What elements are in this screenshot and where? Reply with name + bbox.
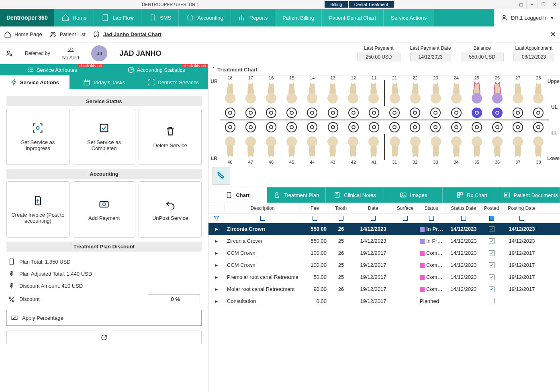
- tooth-16[interactable]: [264, 80, 278, 106]
- occlusal-15[interactable]: [286, 108, 297, 118]
- tooth-14[interactable]: [305, 80, 319, 106]
- occlusal-38[interactable]: [533, 122, 544, 132]
- occlusal-17[interactable]: [245, 108, 256, 118]
- ribbon-patient-billing[interactable]: Patient Billing: [275, 9, 322, 26]
- tooth-15[interactable]: [284, 80, 299, 106]
- grid-row[interactable]: ▸ CCM Crown 100.00 25 19/12/2017 Comple …: [208, 259, 560, 271]
- title-tab[interactable]: Dental Treatment: [349, 1, 394, 8]
- occlusal-34[interactable]: [451, 122, 462, 132]
- crumb-home[interactable]: Home Page: [4, 31, 42, 38]
- occlusal-11[interactable]: [369, 108, 379, 118]
- grid-row[interactable]: ▸ CCM Crown 100.00 26 19/12/2017 Comple …: [208, 247, 560, 259]
- window-maximize-icon[interactable]: ❐: [538, 0, 549, 9]
- occlusal-47[interactable]: [245, 122, 256, 132]
- filter-box[interactable]: [461, 216, 466, 221]
- filter-box[interactable]: [429, 216, 434, 221]
- tab-dentist-services[interactable]: Dentist's Services: [139, 75, 208, 89]
- treatment-chart-header[interactable]: ˆTreatment Chart: [208, 64, 560, 75]
- col-posting-date[interactable]: Posting Date: [502, 203, 542, 213]
- tooth-47[interactable]: [243, 134, 258, 160]
- tile-add-payment[interactable]: Add Payment: [73, 181, 136, 238]
- filter-icon[interactable]: [213, 215, 220, 222]
- tooth-26[interactable]: [490, 80, 505, 106]
- tab-images[interactable]: Images: [384, 187, 443, 203]
- window-restore-icon[interactable]: ▢: [515, 0, 526, 9]
- tooth-32[interactable]: [408, 134, 423, 160]
- tooth-23[interactable]: [429, 80, 443, 106]
- tile-set-inprogress[interactable]: Set Service as Inprogress: [6, 109, 69, 165]
- filter-box[interactable]: [313, 216, 317, 221]
- tooth-21[interactable]: [388, 80, 402, 106]
- ribbon-service-actions[interactable]: Service Actions: [384, 9, 434, 26]
- ribbon-sms[interactable]: SMS: [141, 9, 179, 26]
- occlusal-46[interactable]: [266, 122, 276, 132]
- grid-row[interactable]: ▸ Consultation 0.00 19/12/2017 Planned: [208, 295, 560, 307]
- apply-percentage-button[interactable]: Apply Percentage: [6, 310, 202, 326]
- col-status-date[interactable]: Status Date: [446, 203, 482, 213]
- tooth-18[interactable]: [223, 80, 237, 106]
- tile-unpost-service[interactable]: UnPost Service: [139, 181, 202, 238]
- occlusal-26[interactable]: [492, 108, 503, 118]
- tooth-41[interactable]: [366, 134, 381, 160]
- occlusal-43[interactable]: [328, 122, 338, 132]
- tab-todays-tasks[interactable]: Today's Tasks: [69, 75, 139, 89]
- tab-service-actions[interactable]: Service Actions: [0, 75, 69, 89]
- filter-box[interactable]: [260, 216, 265, 221]
- col-fee[interactable]: Fee: [301, 203, 329, 213]
- occlusal-45[interactable]: [286, 122, 297, 132]
- filter-box[interactable]: [403, 216, 408, 221]
- search-patient[interactable]: [6, 50, 13, 57]
- refresh-button[interactable]: [6, 331, 202, 344]
- tooth-43[interactable]: [325, 134, 340, 160]
- col-description[interactable]: Description: [225, 203, 301, 213]
- user-menu[interactable]: DR.1 Logged In▾: [494, 9, 560, 26]
- tab-rx-chart[interactable]: Rx Chart: [443, 187, 501, 203]
- tooth-28[interactable]: [531, 80, 546, 106]
- ribbon-dental-chart[interactable]: Patient Dental Chart: [322, 9, 384, 26]
- filter-box[interactable]: [519, 216, 524, 221]
- col-status[interactable]: Status: [417, 203, 446, 213]
- occlusal-33[interactable]: [430, 122, 441, 132]
- col-date[interactable]: Date: [353, 203, 393, 213]
- filter-box[interactable]: [489, 216, 494, 221]
- occlusal-12[interactable]: [348, 108, 359, 118]
- chair-tool-icon[interactable]: [213, 167, 230, 185]
- crumb-patient-list[interactable]: Patient List: [49, 31, 86, 38]
- tooth-13[interactable]: [325, 80, 340, 106]
- occlusal-48[interactable]: [225, 122, 235, 132]
- tooth-24[interactable]: [449, 80, 464, 106]
- ribbon-home[interactable]: Home: [54, 9, 94, 26]
- grid-row[interactable]: ▸ Zirconia Crown 550.00 25 14/12/2023 In…: [208, 235, 560, 247]
- grid-row[interactable]: ▸ Molar root canal Retreatment 90.00 26 …: [208, 283, 560, 295]
- occlusal-35[interactable]: [472, 122, 482, 132]
- occlusal-24[interactable]: [451, 108, 462, 118]
- tooth-27[interactable]: [511, 80, 525, 106]
- occlusal-23[interactable]: [430, 108, 441, 118]
- col-tooth[interactable]: Tooth: [329, 203, 353, 213]
- tooth-46[interactable]: [264, 134, 278, 160]
- occlusal-14[interactable]: [307, 108, 317, 118]
- tooth-34[interactable]: [449, 134, 464, 160]
- tooth-36[interactable]: [490, 134, 505, 160]
- tab-chart[interactable]: Chart: [208, 187, 267, 203]
- col-posted[interactable]: Posted: [482, 203, 502, 213]
- tooth-31[interactable]: [388, 134, 402, 160]
- title-tab[interactable]: Billing: [325, 1, 347, 8]
- window-close-icon[interactable]: ✕: [549, 0, 560, 9]
- tooth-45[interactable]: [284, 134, 299, 160]
- tile-create-invoice[interactable]: Create Invoice (Post to accounting): [6, 181, 69, 238]
- tooth-33[interactable]: [429, 134, 443, 160]
- occlusal-28[interactable]: [533, 108, 544, 118]
- occlusal-32[interactable]: [410, 122, 420, 132]
- tooth-37[interactable]: [511, 134, 525, 160]
- col-surface[interactable]: Surface: [393, 203, 417, 213]
- tooth-12[interactable]: [346, 80, 360, 106]
- tooth-42[interactable]: [346, 134, 360, 160]
- ribbon-labflow[interactable]: Lab Flow: [94, 9, 141, 26]
- filter-box[interactable]: [339, 216, 343, 221]
- occlusal-37[interactable]: [513, 122, 523, 132]
- tab-accounting-stats[interactable]: Accounting Statisticscheck this tab: [104, 64, 208, 75]
- close-tab-icon[interactable]: ✕: [550, 30, 556, 39]
- ribbon-reports[interactable]: Reports: [231, 9, 276, 26]
- window-minimize-icon[interactable]: −: [526, 0, 538, 9]
